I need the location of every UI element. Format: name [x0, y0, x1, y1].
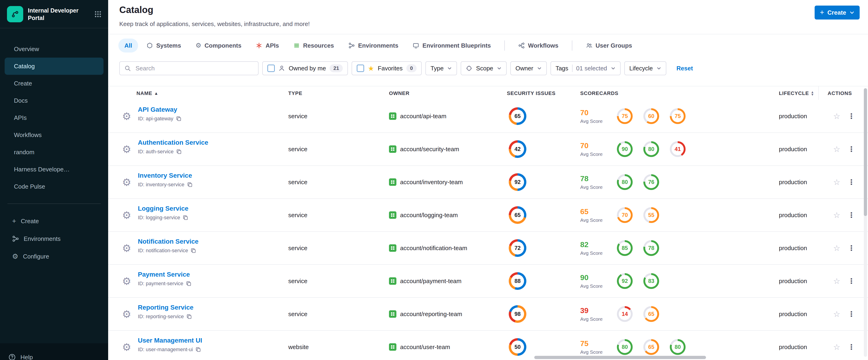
sidebar-item-create[interactable]: Create [0, 75, 108, 92]
favorite-star-icon[interactable]: ☆ [833, 210, 840, 220]
entity-name-link[interactable]: Notification Service [138, 238, 198, 245]
scorecard-ring[interactable]: 85 [617, 240, 633, 256]
copy-icon[interactable] [187, 314, 192, 319]
copy-icon[interactable] [176, 149, 182, 154]
owned-by-me-checkbox[interactable] [267, 65, 275, 72]
copy-icon[interactable] [196, 347, 201, 352]
security-issues-donut[interactable]: 65 [509, 107, 526, 125]
column-header-name[interactable]: NAME▲ [136, 86, 158, 100]
sidebar-item-catalog[interactable]: Catalog [5, 58, 103, 75]
tab-apis[interactable]: APIs [250, 38, 285, 53]
scorecard-ring[interactable]: 65 [643, 306, 659, 322]
favorite-star-icon[interactable]: ☆ [833, 342, 840, 352]
scorecard-ring[interactable]: 80 [617, 339, 633, 355]
sidebar-item-code-pulse[interactable]: Code Pulse [0, 178, 108, 195]
sidebar-item-help[interactable]: Help [0, 354, 108, 360]
sidebar-item-environments[interactable]: Environments [0, 230, 108, 248]
row-menu-icon[interactable]: ⋮ [847, 112, 855, 121]
sidebar-item-configure[interactable]: ⚙Configure [0, 248, 108, 265]
row-menu-icon[interactable]: ⋮ [847, 342, 855, 352]
row-menu-icon[interactable]: ⋮ [847, 244, 855, 252]
favorite-star-icon[interactable]: ☆ [833, 243, 840, 253]
sidebar-item-apis[interactable]: APIs [0, 109, 108, 126]
filter-dropdown-type[interactable]: Type [426, 61, 457, 75]
scorecard-ring[interactable]: 60 [643, 108, 659, 124]
scorecard-ring[interactable]: 75 [670, 108, 686, 124]
tab-workflows[interactable]: Workflows [512, 38, 564, 53]
security-issues-donut[interactable]: 72 [509, 239, 526, 257]
row-menu-icon[interactable]: ⋮ [847, 309, 855, 319]
favorite-star-icon[interactable]: ☆ [833, 276, 840, 286]
copy-icon[interactable] [191, 248, 196, 253]
copy-icon[interactable] [183, 215, 188, 220]
tab-environment-blueprints[interactable]: Environment Blueprints [407, 38, 497, 53]
security-issues-donut[interactable]: 92 [509, 173, 526, 191]
sidebar-item-harness-develope[interactable]: Harness Develope… [0, 161, 108, 178]
scorecard-ring[interactable]: 80 [643, 141, 659, 157]
sidebar-item-docs[interactable]: Docs [0, 92, 108, 109]
create-button[interactable]: + Create [815, 6, 860, 20]
scorecard-ring[interactable]: 90 [617, 141, 633, 157]
reset-filters-link[interactable]: Reset [677, 65, 693, 72]
copy-icon[interactable] [176, 116, 181, 121]
copy-icon[interactable] [186, 281, 191, 286]
security-issues-donut[interactable]: 65 [509, 206, 526, 224]
filter-dropdown-tags[interactable]: Tags01 selected [551, 61, 621, 75]
row-menu-icon[interactable]: ⋮ [847, 277, 855, 286]
entity-name-link[interactable]: Authentication Service [138, 139, 208, 146]
row-menu-icon[interactable]: ⋮ [847, 145, 855, 153]
entity-name-link[interactable]: Inventory Service [138, 172, 192, 179]
tab-systems[interactable]: Systems [141, 38, 187, 53]
sidebar-item-create[interactable]: +Create [0, 212, 108, 230]
vertical-scrollbar-thumb[interactable] [864, 88, 867, 216]
search-input[interactable] [134, 64, 253, 72]
row-menu-icon[interactable]: ⋮ [847, 211, 855, 219]
app-logo-icon[interactable] [7, 6, 23, 22]
favorite-star-icon[interactable]: ☆ [833, 145, 840, 154]
favorites-filter[interactable]: ★ Favorites 0 [351, 61, 422, 75]
scorecard-ring[interactable]: 65 [643, 339, 659, 355]
security-issues-donut[interactable]: 42 [509, 140, 526, 158]
entity-name-link[interactable]: Reporting Service [138, 304, 193, 311]
scorecard-ring[interactable]: 78 [643, 240, 659, 256]
tab-components[interactable]: ⚙Components [189, 38, 247, 53]
horizontal-scrollbar-thumb[interactable] [534, 356, 706, 359]
vertical-scrollbar[interactable] [864, 88, 867, 357]
tab-user-groups[interactable]: User Groups [580, 38, 638, 53]
scorecard-ring[interactable]: 41 [670, 141, 686, 157]
sidebar-item-random[interactable]: random [0, 144, 108, 161]
owned-by-me-filter[interactable]: Owned by me 21 [262, 61, 348, 75]
tab-all[interactable]: All [118, 38, 138, 53]
sidebar-item-workflows[interactable]: Workflows [0, 126, 108, 144]
scorecard-ring[interactable]: 80 [617, 174, 633, 190]
favorite-star-icon[interactable]: ☆ [833, 309, 840, 319]
entity-name-link[interactable]: API Gateway [138, 106, 181, 113]
scorecard-ring[interactable]: 55 [643, 207, 659, 223]
scorecard-ring[interactable]: 14 [617, 306, 633, 322]
scorecard-ring[interactable]: 92 [617, 273, 633, 289]
favorite-star-icon[interactable]: ☆ [833, 177, 840, 187]
copy-icon[interactable] [187, 182, 192, 187]
scorecard-ring[interactable]: 83 [643, 273, 659, 289]
scorecard-ring[interactable]: 75 [617, 108, 633, 124]
entity-name-link[interactable]: Payment Service [138, 271, 191, 278]
security-issues-donut[interactable]: 88 [509, 272, 526, 290]
security-issues-donut[interactable]: 50 [509, 338, 526, 356]
filter-dropdown-owner[interactable]: Owner [510, 61, 547, 75]
search-box[interactable] [119, 61, 258, 75]
sidebar-item-overview[interactable]: Overview [0, 40, 108, 58]
scorecard-ring[interactable]: 76 [643, 174, 659, 190]
entity-name-link[interactable]: User Management UI [138, 337, 202, 344]
entity-name-link[interactable]: Logging Service [138, 205, 188, 212]
filter-dropdown-scope[interactable]: Scope [461, 61, 507, 75]
tab-resources[interactable]: Resources [287, 38, 340, 53]
favorite-star-icon[interactable]: ☆ [833, 112, 840, 121]
tab-environments[interactable]: Environments [342, 38, 404, 53]
filter-dropdown-lifecycle[interactable]: Lifecycle [624, 61, 666, 75]
security-issues-donut[interactable]: 98 [509, 305, 526, 323]
row-menu-icon[interactable]: ⋮ [847, 178, 855, 186]
scorecard-ring[interactable]: 70 [617, 207, 633, 223]
favorites-checkbox[interactable] [357, 65, 364, 72]
apps-grid-icon[interactable] [94, 10, 102, 18]
scorecard-ring[interactable]: 80 [670, 339, 686, 355]
